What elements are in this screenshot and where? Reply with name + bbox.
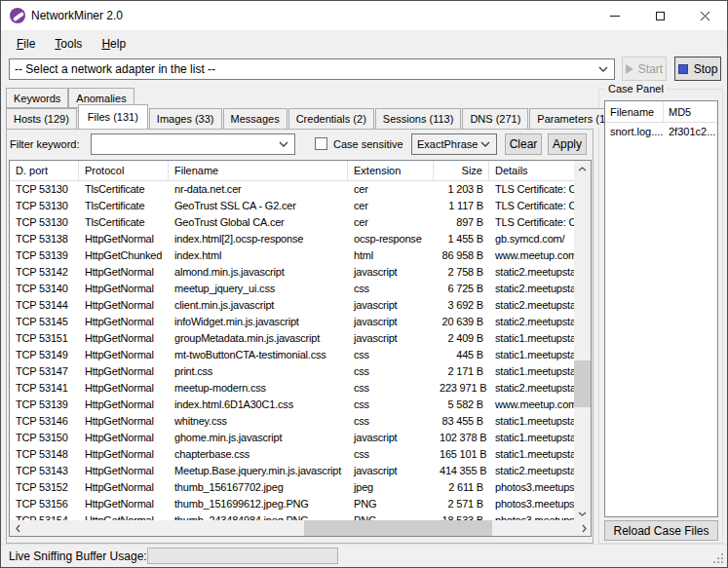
- maximize-button[interactable]: [637, 1, 682, 30]
- tab-files[interactable]: Files (131): [78, 104, 148, 129]
- table-row[interactable]: TCP 53144 HttpGetNormal client.min.js.ja…: [10, 297, 576, 314]
- sniffing-buffer-progressbar: [147, 548, 338, 564]
- tab-dns[interactable]: DNS (271): [462, 108, 528, 129]
- sniffing-buffer-label: Live Sniffing Buffer Usage:: [9, 549, 147, 563]
- network-adapter-select[interactable]: -- Select a network adapter in the list …: [9, 58, 615, 80]
- case-sensitive-label: Case sensitive: [333, 138, 403, 150]
- table-row[interactable]: TCP 53141 HttpGetNormal meetup-modern.cs…: [10, 380, 576, 397]
- table-row[interactable]: TCP 53139 HttpGetNormal index.html.6D1A3…: [10, 397, 576, 413]
- filter-keyword-input[interactable]: [91, 133, 295, 155]
- tab-keywords[interactable]: Keywords: [6, 88, 68, 108]
- table-row[interactable]: TCP 53142 HttpGetNormal almond.min.js.ja…: [10, 264, 576, 281]
- column-header-filename[interactable]: Filename: [169, 161, 348, 180]
- table-row[interactable]: TCP 53147 HttpGetNormal print.css css 2 …: [10, 363, 576, 380]
- tab-credentials[interactable]: Credentials (2): [288, 108, 374, 129]
- column-header-dport[interactable]: D. port: [10, 161, 79, 180]
- vertical-scrollbar-thumb[interactable]: [574, 360, 591, 407]
- minimize-button[interactable]: [593, 1, 637, 30]
- table-row[interactable]: TCP 53143 HttpGetNormal Meetup.Base.jque…: [10, 463, 576, 479]
- table-row[interactable]: TCP 53149 HttpGetNormal mt-twoButtonCTA-…: [10, 347, 576, 363]
- stop-button[interactable]: Stop: [674, 57, 721, 81]
- start-icon: [626, 64, 633, 74]
- column-header-size[interactable]: Size: [434, 161, 489, 180]
- table-row[interactable]: TCP 53139 HttpGetChunked index.html html…: [10, 247, 576, 264]
- case-file-md5: 2f301c2...: [664, 123, 717, 140]
- scroll-right-icon[interactable]: [576, 520, 592, 536]
- table-row[interactable]: TCP 53145 HttpGetNormal infoWidget.min.j…: [10, 314, 576, 330]
- stop-icon: [678, 64, 688, 74]
- match-mode-value: ExactPhrase: [417, 138, 478, 150]
- adapter-selected-value: -- Select a network adapter in the list …: [15, 62, 215, 76]
- vertical-scrollbar[interactable]: [574, 161, 591, 522]
- table-row[interactable]: TCP 53156 HttpGetNormal thumb_151699612.…: [10, 496, 576, 512]
- minimize-icon: [610, 16, 620, 17]
- menu-help[interactable]: Help: [92, 33, 135, 55]
- chevron-down-icon: [480, 141, 490, 147]
- menubar: File Tools Help: [1, 30, 727, 57]
- table-row[interactable]: TCP 53148 HttpGetNormal chapterbase.css …: [10, 446, 576, 463]
- table-row[interactable]: TCP 53150 HttpGetNormal ghome.min.js.jav…: [10, 430, 576, 446]
- close-icon: [700, 11, 710, 21]
- table-row[interactable]: TCP 53130 TlsCertificate GeoTrust SSL CA…: [10, 198, 576, 214]
- networkminer-window: NetworkMiner 2.0 File Tools Help -- Sele…: [0, 0, 728, 568]
- column-header-case-md5[interactable]: MD5: [664, 101, 717, 122]
- tab-strip-lower: Hosts (129) Files (131) Images (33) Mess…: [6, 108, 634, 129]
- column-header-case-filename[interactable]: Filename: [605, 101, 664, 122]
- case-files-list: Filename MD5 snort.log.... 2f301c2...: [604, 100, 718, 517]
- horizontal-scrollbar[interactable]: [10, 520, 592, 536]
- case-file-row[interactable]: snort.log.... 2f301c2...: [605, 123, 717, 140]
- table-row[interactable]: TCP 53152 HttpGetNormal thumb_156167702.…: [10, 479, 576, 496]
- statusbar: Live Sniffing Buffer Usage:: [1, 544, 727, 567]
- clear-button[interactable]: Clear: [505, 133, 542, 155]
- case-sensitive-checkbox[interactable]: [315, 137, 327, 150]
- files-table: D. port Protocol Filename Extension Size…: [9, 160, 592, 537]
- maximize-icon: [656, 12, 665, 20]
- files-table-header: D. port Protocol Filename Extension Size…: [10, 161, 591, 181]
- window-title: NetworkMiner 2.0: [31, 9, 123, 22]
- table-row[interactable]: TCP 53138 HttpGetNormal index.html[2].oc…: [10, 231, 576, 247]
- start-button[interactable]: Start: [622, 57, 667, 81]
- resize-grip-icon[interactable]: [721, 561, 723, 563]
- start-button-label: Start: [638, 62, 663, 76]
- chevron-down-icon: [279, 141, 288, 147]
- apply-button[interactable]: Apply: [548, 133, 587, 155]
- menu-file[interactable]: File: [7, 33, 45, 55]
- case-file-name: snort.log....: [605, 123, 664, 140]
- close-button[interactable]: [682, 1, 727, 30]
- tab-sessions[interactable]: Sessions (113): [375, 108, 462, 129]
- table-row[interactable]: TCP 53146 HttpGetNormal whitney.css css …: [10, 413, 576, 430]
- tab-hosts[interactable]: Hosts (129): [6, 108, 77, 129]
- case-list-header: Filename MD5: [605, 101, 717, 123]
- table-row[interactable]: TCP 53140 HttpGetNormal meetup_jquery_ui…: [10, 281, 576, 297]
- scroll-left-icon[interactable]: [10, 520, 26, 536]
- filter-keyword-label: Filter keyword:: [10, 138, 80, 150]
- files-table-body: TCP 53130 TlsCertificate nr-data.net.cer…: [10, 181, 576, 522]
- table-row[interactable]: TCP 53130 TlsCertificate nr-data.net.cer…: [10, 181, 576, 198]
- scroll-up-icon[interactable]: [574, 161, 591, 177]
- column-header-protocol[interactable]: Protocol: [79, 161, 169, 180]
- chevron-down-icon: [598, 66, 608, 72]
- stop-button-label: Stop: [694, 62, 718, 76]
- table-row[interactable]: TCP 53151 HttpGetNormal groupMetadata.mi…: [10, 330, 576, 347]
- menu-tools[interactable]: Tools: [45, 33, 92, 55]
- match-mode-select[interactable]: ExactPhrase: [411, 133, 497, 155]
- horizontal-scrollbar-thumb[interactable]: [304, 520, 492, 536]
- titlebar: NetworkMiner 2.0: [1, 1, 727, 30]
- case-panel-title: Case Panel: [605, 83, 667, 95]
- reload-case-files-button[interactable]: Reload Case Files: [604, 520, 718, 541]
- table-row[interactable]: TCP 53130 TlsCertificate GeoTrust Global…: [10, 214, 576, 231]
- app-logo-icon: [10, 8, 25, 23]
- tab-images[interactable]: Images (33): [149, 108, 222, 129]
- column-header-extension[interactable]: Extension: [348, 161, 434, 180]
- tab-messages[interactable]: Messages: [223, 108, 287, 129]
